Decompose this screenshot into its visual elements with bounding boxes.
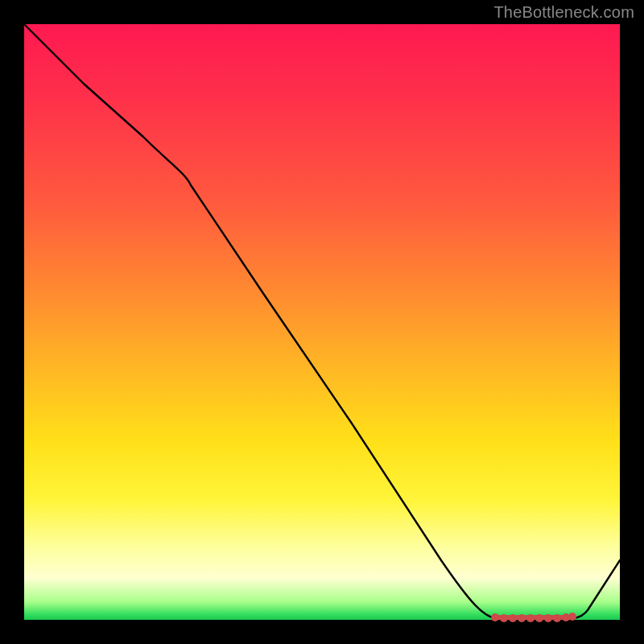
bottleneck-curve — [24, 24, 620, 619]
plot-area — [24, 24, 620, 620]
marker-dot — [544, 614, 552, 622]
marker-dot — [526, 614, 535, 622]
marker-dot — [568, 613, 576, 621]
attribution-label: TheBottleneck.com — [493, 3, 634, 22]
highlight-markers — [491, 613, 576, 622]
marker-dot — [509, 614, 517, 622]
marker-dot — [535, 614, 543, 622]
chart-frame: TheBottleneck.com — [0, 0, 644, 644]
marker-dot — [518, 614, 526, 622]
marker-dot — [553, 614, 561, 622]
marker-dot — [500, 614, 508, 622]
marker-dot — [491, 613, 499, 621]
bottleneck-line-chart — [24, 24, 620, 620]
